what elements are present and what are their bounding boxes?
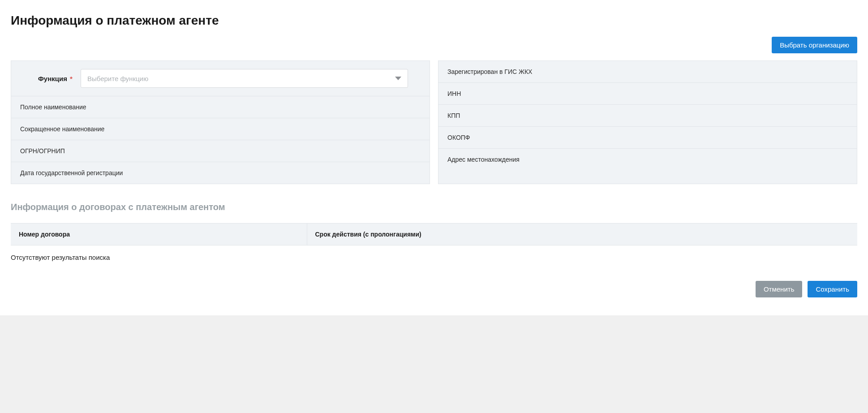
- column-header-contract-number: Номер договора: [11, 224, 307, 245]
- save-button[interactable]: Сохранить: [808, 281, 857, 297]
- required-asterisk: *: [70, 75, 73, 82]
- cancel-button[interactable]: Отменить: [756, 281, 803, 297]
- agent-info-right-panel: Зарегистрирован в ГИС ЖКХ ИНН КПП ОКОПФ …: [438, 60, 857, 184]
- column-header-contract-term: Срок действия (с пролонгациями): [307, 224, 858, 245]
- page-title: Информация о платежном агенте: [11, 13, 857, 28]
- field-kpp: КПП: [438, 105, 857, 127]
- function-select[interactable]: Выберите функцию: [81, 69, 408, 88]
- agent-info-left-panel: Функция * Выберите функцию Полное наимен…: [11, 60, 430, 184]
- function-label: Функция *: [38, 75, 73, 82]
- contracts-section-title: Информация о договорах с платежным агент…: [11, 202, 857, 212]
- empty-results-message: Отсутствуют результаты поиска: [11, 252, 857, 263]
- function-select-placeholder: Выберите функцию: [87, 75, 395, 82]
- field-inn: ИНН: [438, 83, 857, 105]
- field-registration-date: Дата государственной регистрации: [11, 162, 430, 184]
- select-organization-button[interactable]: Выбрать организацию: [772, 37, 857, 53]
- field-address: Адрес местонахождения: [438, 149, 857, 170]
- field-short-name: Сокращенное наименование: [11, 118, 430, 140]
- field-gis-registration: Зарегистрирован в ГИС ЖКХ: [438, 61, 857, 83]
- contracts-table: Номер договора Срок действия (с пролонга…: [11, 223, 857, 245]
- chevron-down-icon: [395, 77, 401, 80]
- field-ogrn: ОГРН/ОГРНИП: [11, 140, 430, 162]
- field-full-name: Полное наименование: [11, 96, 430, 118]
- field-okopf: ОКОПФ: [438, 127, 857, 149]
